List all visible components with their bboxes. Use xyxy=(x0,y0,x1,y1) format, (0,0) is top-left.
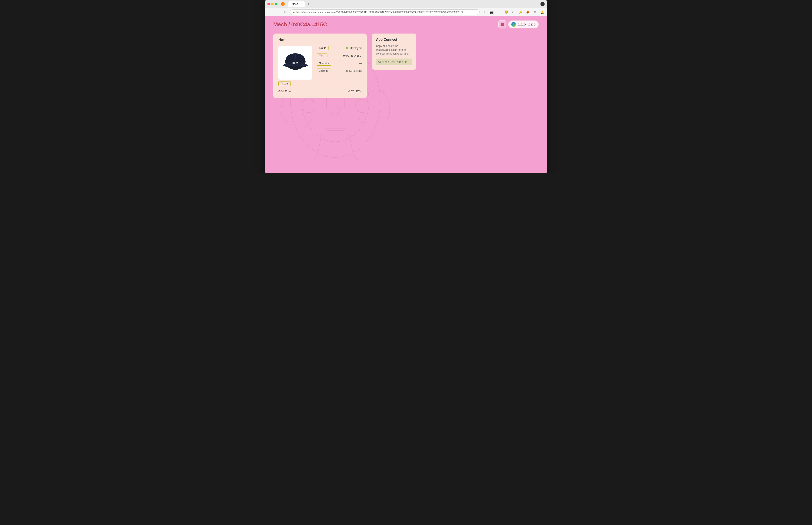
profile-icon xyxy=(541,2,545,6)
settings-button[interactable]: ≡ xyxy=(532,9,538,15)
asset-name: Görli Ether xyxy=(278,90,292,93)
operator-row: Operator — xyxy=(316,61,361,65)
status-dot xyxy=(346,47,348,49)
maximize-window-button[interactable] xyxy=(275,3,278,5)
traffic-lights xyxy=(267,3,278,5)
assets-section: Assets Görli Ether 0.07 ETH xyxy=(278,81,361,94)
layers-icon: ⊞ xyxy=(501,22,504,27)
screenshot-button[interactable]: 📷 xyxy=(489,9,494,15)
extension-shield[interactable]: 🛡 xyxy=(510,9,516,15)
svg-point-17 xyxy=(295,53,296,54)
app-connect-card: App Connect Copy and paste the WalletCon… xyxy=(372,33,416,70)
hat-card-body: hats Status Deployed xyxy=(278,46,361,79)
bookmark-button[interactable]: ☆ xyxy=(482,9,487,15)
hat-info: Status Deployed Mech 0x0C4a...415C Opera… xyxy=(316,46,361,76)
balance-row: Balance $ 145.41543 xyxy=(316,69,361,73)
asset-value: 0.07 ETH xyxy=(349,90,361,93)
walletconnect-input[interactable] xyxy=(376,59,412,65)
browser-window: Mech ✕ + ⌄ ← → ↻ 🔒 https://mech-omega.ve… xyxy=(265,0,547,173)
svg-point-10 xyxy=(356,99,369,112)
browser-toolbar: ← → ↻ 🔒 https://mech-omega.vercel.app/me… xyxy=(265,8,547,16)
app-connect-description: Copy and paste the WalletConnect link he… xyxy=(376,44,412,56)
active-tab[interactable]: Mech ✕ xyxy=(288,1,305,7)
tab-bar: Mech ✕ + xyxy=(288,1,535,7)
tab-close-button[interactable]: ✕ xyxy=(300,3,301,5)
mech-value: 0x0C4a...415C xyxy=(343,54,361,57)
status-label: Status xyxy=(316,46,328,50)
page-title: Mech / 0x0C4a...415C xyxy=(273,21,327,28)
wallet-address: 0x516c...222D xyxy=(518,23,535,26)
header-actions: ⊞ 0x516c...222D xyxy=(498,20,539,28)
main-layout: Hat xyxy=(273,33,539,98)
browser-titlebar: Mech ✕ + ⌄ xyxy=(265,0,547,8)
extension-download[interactable]: ↓ xyxy=(496,9,502,15)
security-icon: 🔒 xyxy=(292,11,295,13)
app-header: Mech / 0x0C4a...415C ⊞ 0x516c...222D xyxy=(273,20,539,28)
hat-image: hats xyxy=(282,51,309,74)
wallet-button[interactable]: 0x516c...222D xyxy=(508,20,539,28)
status-value: Deployed xyxy=(346,46,361,50)
extension-metamask[interactable]: 🦊 xyxy=(525,9,531,15)
wallet-avatar xyxy=(511,22,516,27)
status-row: Status Deployed xyxy=(316,46,361,50)
operator-value: — xyxy=(359,62,361,65)
svg-point-11 xyxy=(331,106,340,115)
asset-row: Görli Ether 0.07 ETH xyxy=(278,89,361,94)
operator-label: Operator xyxy=(316,61,331,65)
hat-image-box: hats xyxy=(278,46,312,79)
app-content: Mech / 0x0C4a...415C ⊞ 0x516c...222D Hat xyxy=(265,16,547,173)
close-window-button[interactable] xyxy=(267,3,270,5)
extension-brave[interactable]: 🦁 xyxy=(503,9,509,15)
minimize-window-button[interactable] xyxy=(271,3,274,5)
notification-button[interactable]: 🔔 xyxy=(539,9,545,15)
hat-card-title: Hat xyxy=(278,38,361,42)
hat-card: Hat xyxy=(273,33,367,98)
assets-label: Assets xyxy=(278,81,291,86)
balance-label: Balance xyxy=(316,69,330,73)
new-tab-button[interactable]: + xyxy=(306,1,311,6)
windows-list-icon: ⌄ xyxy=(536,2,539,6)
forward-button[interactable]: → xyxy=(275,9,281,15)
layers-button[interactable]: ⊞ xyxy=(498,20,506,28)
address-url: https://mech-omega.vercel.app/mechs/0x9D… xyxy=(296,11,463,13)
balance-value: $ 145.41543 xyxy=(346,70,361,73)
mech-label: Mech xyxy=(316,53,327,58)
mech-row: Mech 0x0C4a...415C xyxy=(316,53,361,58)
toolbar-actions: ☆ 📷 ↓ 🦁 🛡 🔑 🦊 ≡ 🔔 xyxy=(482,9,545,15)
tab-title: Mech xyxy=(292,2,298,5)
app-connect-title: App Connect xyxy=(376,38,412,42)
browser-icon xyxy=(281,2,285,6)
svg-point-9 xyxy=(302,99,315,112)
address-bar[interactable]: 🔒 https://mech-omega.vercel.app/mechs/0x… xyxy=(290,9,480,15)
extension-key[interactable]: 🔑 xyxy=(517,9,523,15)
back-button[interactable]: ← xyxy=(267,9,273,15)
window-controls: ⌄ xyxy=(536,2,545,6)
refresh-button[interactable]: ↻ xyxy=(282,9,288,15)
svg-text:hats: hats xyxy=(292,62,298,64)
